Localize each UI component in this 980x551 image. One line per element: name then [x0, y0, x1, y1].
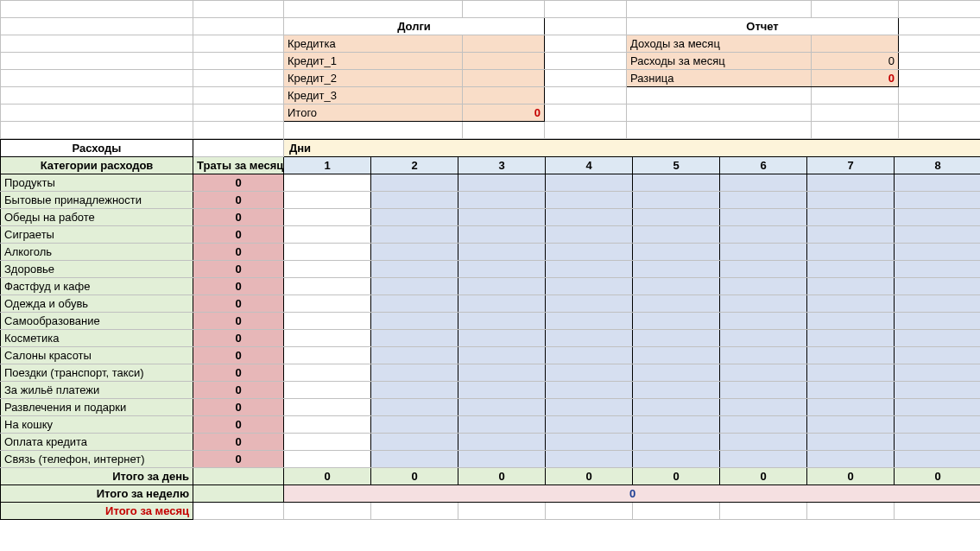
day-cell[interactable] [895, 382, 981, 399]
report-row-value[interactable] [812, 35, 899, 53]
day-cell[interactable] [458, 226, 546, 244]
day-cell[interactable] [284, 244, 371, 261]
category-label[interactable]: На кошку [1, 416, 193, 434]
day-cell[interactable] [284, 192, 371, 209]
day-cell[interactable] [546, 244, 633, 261]
day-cell[interactable] [720, 434, 807, 451]
debts-row-label[interactable]: Кредит_1 [284, 53, 463, 70]
day-cell[interactable] [633, 192, 720, 209]
day-cell[interactable] [633, 434, 720, 451]
day-cell[interactable] [371, 399, 458, 416]
day-cell[interactable] [458, 399, 546, 416]
day-cell[interactable] [371, 244, 458, 261]
day-cell[interactable] [895, 226, 981, 244]
day-cell[interactable] [720, 244, 807, 261]
day-cell[interactable] [371, 261, 458, 278]
day-cell[interactable] [371, 192, 458, 209]
day-cell[interactable] [284, 278, 371, 295]
day-cell[interactable] [720, 347, 807, 364]
day-cell[interactable] [458, 382, 546, 399]
debts-row-label[interactable]: Кредитка [284, 35, 463, 53]
day-cell[interactable] [807, 330, 895, 347]
day-cell[interactable] [633, 313, 720, 330]
day-cell[interactable] [371, 278, 458, 295]
day-cell[interactable] [895, 261, 981, 278]
day-cell[interactable] [284, 261, 371, 278]
day-cell[interactable] [807, 416, 895, 434]
day-cell[interactable] [284, 364, 371, 382]
day-cell[interactable] [546, 364, 633, 382]
day-cell[interactable] [371, 295, 458, 313]
day-cell[interactable] [633, 364, 720, 382]
day-cell[interactable] [895, 209, 981, 226]
day-cell[interactable] [633, 330, 720, 347]
category-label[interactable]: Самообразование [1, 313, 193, 330]
debts-row-value[interactable] [463, 87, 545, 104]
day-cell[interactable] [807, 399, 895, 416]
report-row-label[interactable]: Разница [627, 70, 812, 87]
day-cell[interactable] [895, 192, 981, 209]
day-cell[interactable] [807, 174, 895, 192]
day-cell[interactable] [546, 192, 633, 209]
category-label[interactable]: Салоны красоты [1, 347, 193, 364]
day-cell[interactable] [546, 174, 633, 192]
day-cell[interactable] [284, 295, 371, 313]
day-cell[interactable] [895, 330, 981, 347]
day-header[interactable]: 1 [284, 157, 371, 174]
category-label[interactable]: Одежда и обувь [1, 295, 193, 313]
day-cell[interactable] [371, 434, 458, 451]
category-label[interactable]: Здоровье [1, 261, 193, 278]
day-cell[interactable] [633, 382, 720, 399]
day-cell[interactable] [546, 399, 633, 416]
day-header[interactable]: 6 [720, 157, 807, 174]
debts-row-value[interactable] [463, 53, 545, 70]
day-cell[interactable] [546, 209, 633, 226]
day-cell[interactable] [807, 451, 895, 468]
day-cell[interactable] [458, 347, 546, 364]
category-label[interactable]: Развлечения и подарки [1, 399, 193, 416]
category-label[interactable]: Сиграеты [1, 226, 193, 244]
day-cell[interactable] [720, 192, 807, 209]
day-cell[interactable] [458, 451, 546, 468]
debts-row-label[interactable]: Кредит_3 [284, 87, 463, 104]
day-header[interactable]: 3 [458, 157, 546, 174]
category-label[interactable]: Продукты [1, 174, 193, 192]
day-cell[interactable] [807, 226, 895, 244]
day-cell[interactable] [371, 416, 458, 434]
day-cell[interactable] [720, 209, 807, 226]
report-row-label[interactable]: Доходы за месяц [627, 35, 812, 53]
debts-row-value[interactable] [463, 70, 545, 87]
category-label[interactable]: Обеды на работе [1, 209, 193, 226]
day-cell[interactable] [458, 416, 546, 434]
day-cell[interactable] [633, 209, 720, 226]
day-cell[interactable] [807, 347, 895, 364]
day-header[interactable]: 4 [546, 157, 633, 174]
day-cell[interactable] [546, 226, 633, 244]
day-cell[interactable] [807, 295, 895, 313]
day-cell[interactable] [720, 278, 807, 295]
day-cell[interactable] [633, 295, 720, 313]
day-cell[interactable] [895, 416, 981, 434]
day-cell[interactable] [720, 364, 807, 382]
category-label[interactable]: Алкоголь [1, 244, 193, 261]
day-cell[interactable] [458, 295, 546, 313]
day-cell[interactable] [371, 364, 458, 382]
day-cell[interactable] [895, 295, 981, 313]
day-cell[interactable] [633, 226, 720, 244]
day-cell[interactable] [807, 313, 895, 330]
day-cell[interactable] [895, 313, 981, 330]
day-cell[interactable] [720, 174, 807, 192]
category-label[interactable]: Поездки (транспорт, такси) [1, 364, 193, 382]
day-cell[interactable] [633, 347, 720, 364]
debts-row-label[interactable]: Кредит_2 [284, 70, 463, 87]
day-cell[interactable] [720, 382, 807, 399]
day-cell[interactable] [546, 261, 633, 278]
day-cell[interactable] [633, 278, 720, 295]
day-cell[interactable] [371, 209, 458, 226]
day-cell[interactable] [546, 434, 633, 451]
day-cell[interactable] [895, 434, 981, 451]
day-cell[interactable] [895, 174, 981, 192]
day-cell[interactable] [895, 399, 981, 416]
day-cell[interactable] [633, 399, 720, 416]
day-cell[interactable] [371, 226, 458, 244]
